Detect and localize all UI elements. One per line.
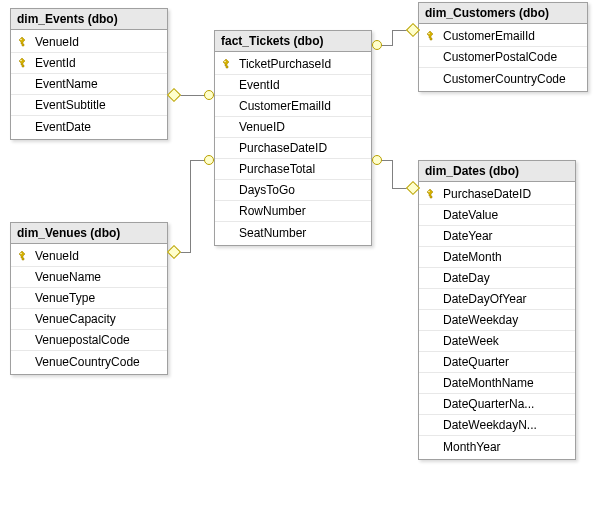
column-row[interactable]: DateDayOfYear [419, 289, 575, 310]
column-name: DateMonthName [441, 376, 534, 390]
column-name: SeatNumber [237, 226, 306, 240]
column-row[interactable]: EventDate [11, 116, 167, 137]
primary-key-icon [423, 30, 441, 42]
relationship-end-many-icon [204, 155, 214, 165]
column-name: CustomerEmailId [441, 29, 535, 43]
relationship-end-one-icon [167, 88, 181, 102]
table-fact-tickets[interactable]: fact_Tickets (dbo) TicketPurchaseIdEvent… [214, 30, 372, 246]
column-row[interactable]: CustomerEmailId [215, 96, 371, 117]
primary-key-icon [423, 188, 441, 200]
relationship-end-many-icon [372, 155, 382, 165]
column-row[interactable]: VenueType [11, 288, 167, 309]
column-name: VenueId [33, 249, 79, 263]
relationship-line [392, 30, 393, 46]
column-name: DateDayOfYear [441, 292, 527, 306]
table-body: VenueIdEventIdEventNameEventSubtitleEven… [11, 30, 167, 139]
column-name: EventName [33, 77, 98, 91]
column-row[interactable]: VenueID [215, 117, 371, 138]
svg-point-2 [224, 61, 226, 63]
column-row[interactable]: DateYear [419, 226, 575, 247]
column-row[interactable]: VenueCapacity [11, 309, 167, 330]
column-row[interactable]: TicketPurchaseId [215, 54, 371, 75]
column-row[interactable]: PurchaseDateID [215, 138, 371, 159]
column-name: DateMonth [441, 250, 502, 264]
column-row[interactable]: SeatNumber [215, 222, 371, 243]
column-row[interactable]: DateMonth [419, 247, 575, 268]
column-row[interactable]: RowNumber [215, 201, 371, 222]
column-name: VenueId [33, 35, 79, 49]
column-row[interactable]: VenueCountryCode [11, 351, 167, 372]
column-row[interactable]: EventId [215, 75, 371, 96]
column-name: EventDate [33, 120, 91, 134]
table-body: TicketPurchaseIdEventIdCustomerEmailIdVe… [215, 52, 371, 245]
relationship-line [190, 160, 191, 253]
table-body: PurchaseDateIDDateValueDateYearDateMonth… [419, 182, 575, 459]
column-name: VenuepostalCode [33, 333, 130, 347]
svg-point-1 [20, 60, 22, 62]
column-row[interactable]: VenueName [11, 267, 167, 288]
table-dim-customers[interactable]: dim_Customers (dbo) CustomerEmailIdCusto… [418, 2, 588, 92]
table-dim-venues[interactable]: dim_Venues (dbo) VenueIdVenueNameVenueTy… [10, 222, 168, 375]
table-header: fact_Tickets (dbo) [215, 31, 371, 52]
table-header: dim_Dates (dbo) [419, 161, 575, 182]
column-name: DateValue [441, 208, 498, 222]
column-name: EventId [33, 56, 76, 70]
column-row[interactable]: DateWeekday [419, 310, 575, 331]
column-name: RowNumber [237, 204, 306, 218]
relationship-line [392, 160, 393, 188]
column-row[interactable]: DateDay [419, 268, 575, 289]
column-row[interactable]: CustomerEmailId [419, 26, 587, 47]
svg-point-3 [428, 33, 430, 35]
column-row[interactable]: DateWeek [419, 331, 575, 352]
column-row[interactable]: DateQuarter [419, 352, 575, 373]
relationship-end-many-icon [204, 90, 214, 100]
svg-point-4 [20, 253, 22, 255]
column-name: DateWeekday [441, 313, 518, 327]
table-header: dim_Venues (dbo) [11, 223, 167, 244]
column-row[interactable]: VenuepostalCode [11, 330, 167, 351]
column-name: CustomerCountryCode [441, 72, 566, 86]
column-name: PurchaseDateID [237, 141, 327, 155]
table-dim-dates[interactable]: dim_Dates (dbo) PurchaseDateIDDateValueD… [418, 160, 576, 460]
column-row[interactable]: DateWeekdayN... [419, 415, 575, 436]
column-row[interactable]: DateQuarterNa... [419, 394, 575, 415]
column-name: CustomerPostalCode [441, 50, 557, 64]
column-row[interactable]: CustomerCountryCode [419, 68, 587, 89]
column-row[interactable]: CustomerPostalCode [419, 47, 587, 68]
column-row[interactable]: EventName [11, 74, 167, 95]
relationship-end-one-icon [167, 245, 181, 259]
column-row[interactable]: MonthYear [419, 436, 575, 457]
svg-point-0 [20, 39, 22, 41]
column-name: DateWeekdayN... [441, 418, 537, 432]
column-row[interactable]: DateMonthName [419, 373, 575, 394]
column-name: DateYear [441, 229, 493, 243]
table-body: CustomerEmailIdCustomerPostalCodeCustome… [419, 24, 587, 91]
table-dim-events[interactable]: dim_Events (dbo) VenueIdEventIdEventName… [10, 8, 168, 140]
column-row[interactable]: DateValue [419, 205, 575, 226]
column-row[interactable]: DaysToGo [215, 180, 371, 201]
column-name: CustomerEmailId [237, 99, 331, 113]
table-header: dim_Events (dbo) [11, 9, 167, 30]
column-row[interactable]: VenueId [11, 246, 167, 267]
column-row[interactable]: VenueId [11, 32, 167, 53]
primary-key-icon [15, 57, 33, 69]
relationship-end-many-icon [372, 40, 382, 50]
column-name: EventId [237, 78, 280, 92]
column-row[interactable]: EventSubtitle [11, 95, 167, 116]
primary-key-icon [15, 36, 33, 48]
column-name: VenueID [237, 120, 285, 134]
column-name: EventSubtitle [33, 98, 106, 112]
column-name: PurchaseDateID [441, 187, 531, 201]
primary-key-icon [219, 58, 237, 70]
column-name: PurchaseTotal [237, 162, 315, 176]
column-row[interactable]: PurchaseDateID [419, 184, 575, 205]
table-header: dim_Customers (dbo) [419, 3, 587, 24]
column-name: TicketPurchaseId [237, 57, 331, 71]
primary-key-icon [15, 250, 33, 262]
column-name: MonthYear [441, 440, 501, 454]
column-name: DateWeek [441, 334, 499, 348]
column-name: DateQuarter [441, 355, 509, 369]
column-name: DaysToGo [237, 183, 295, 197]
column-row[interactable]: EventId [11, 53, 167, 74]
column-row[interactable]: PurchaseTotal [215, 159, 371, 180]
